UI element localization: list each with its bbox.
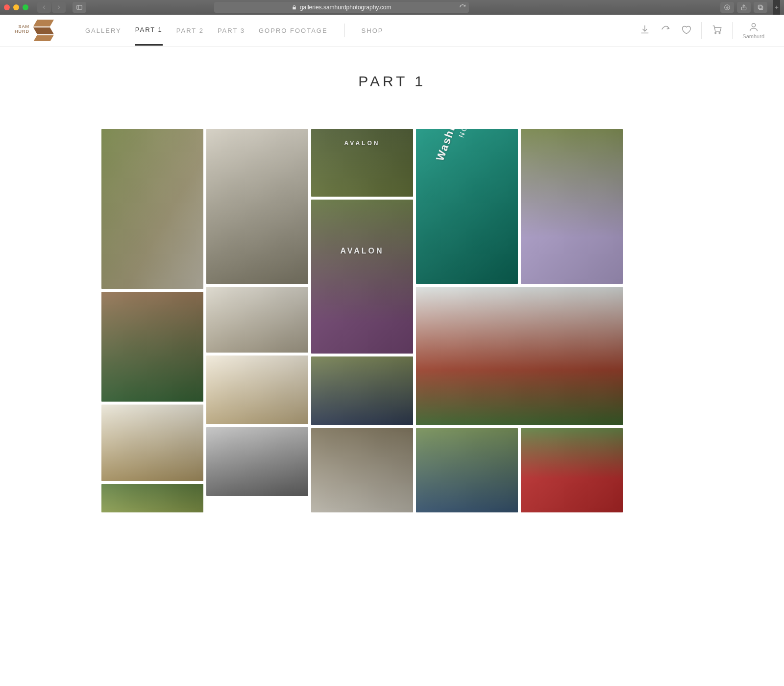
photo-thumbnail[interactable]: [416, 428, 518, 512]
photo-thumbnail[interactable]: Washington NORTH: [416, 129, 518, 284]
svg-point-12: [752, 24, 755, 27]
svg-point-11: [719, 32, 720, 34]
photo-thumbnail[interactable]: AVALON: [311, 200, 413, 354]
brand-line2: HURD: [15, 29, 29, 34]
share-gallery-button[interactable]: [660, 24, 671, 37]
nav-part-1[interactable]: PART 1: [135, 15, 163, 46]
photo-thumbnail[interactable]: [521, 428, 623, 512]
nav-gallery[interactable]: GALLERY: [85, 16, 122, 45]
close-window-button[interactable]: [4, 4, 10, 10]
share-button[interactable]: [737, 2, 751, 13]
forward-button[interactable]: [52, 2, 66, 13]
tools-divider-2: [732, 22, 733, 39]
user-icon: [748, 22, 759, 32]
photo-gallery: AVALON AVALON Washington NORTH: [101, 129, 683, 531]
reload-icon[interactable]: [459, 4, 466, 11]
site-header: SAM HURD GALLERY PART 1 PART 2 PART 3 GO…: [0, 15, 784, 47]
brand-logo[interactable]: SAM HURD: [20, 19, 56, 42]
photo-thumbnail[interactable]: [101, 484, 203, 512]
nav-shop[interactable]: SHOP: [362, 16, 384, 45]
photo-caption: AVALON: [344, 140, 380, 147]
photo-thumbnail[interactable]: [521, 129, 623, 284]
logo-mark-icon: [32, 19, 56, 42]
nav-gopro-footage[interactable]: GOPRO FOOTAGE: [259, 16, 328, 45]
primary-nav: GALLERY PART 1 PART 2 PART 3 GOPRO FOOTA…: [85, 15, 383, 46]
nav-divider: [344, 24, 345, 37]
photo-thumbnail[interactable]: [206, 287, 308, 353]
photo-caption: AVALON: [340, 247, 384, 255]
fullscreen-window-button[interactable]: [23, 4, 28, 10]
photo-caption-sub: NORTH: [457, 129, 475, 138]
photo-thumbnail[interactable]: AVALON: [311, 129, 413, 197]
photo-thumbnail[interactable]: [206, 427, 308, 496]
address-bar[interactable]: galleries.samhurdphotography.com: [214, 2, 469, 13]
new-tab-button[interactable]: [773, 0, 780, 15]
url-text: galleries.samhurdphotography.com: [300, 4, 392, 11]
photo-thumbnail[interactable]: [101, 129, 203, 289]
photo-thumbnail[interactable]: [206, 356, 308, 424]
photo-thumbnail[interactable]: [101, 292, 203, 402]
photo-thumbnail[interactable]: [311, 356, 413, 425]
downloads-button[interactable]: [720, 2, 734, 13]
svg-rect-6: [758, 5, 762, 9]
page-title: PART 1: [0, 73, 784, 90]
brand-line1: SAM: [15, 24, 29, 29]
photo-caption: Washington: [434, 129, 470, 163]
svg-rect-0: [77, 5, 82, 9]
download-all-button[interactable]: [639, 24, 650, 37]
lock-icon: [292, 5, 297, 10]
cart-button[interactable]: [711, 24, 722, 37]
minimize-window-button[interactable]: [13, 4, 19, 10]
favorites-button[interactable]: [681, 24, 691, 37]
back-button[interactable]: [37, 2, 51, 13]
nav-part-3[interactable]: PART 3: [218, 16, 245, 45]
tools-divider: [701, 22, 702, 39]
svg-rect-5: [759, 6, 763, 10]
photo-thumbnail[interactable]: [101, 405, 203, 481]
svg-point-10: [715, 32, 716, 34]
photo-thumbnail[interactable]: [416, 287, 623, 425]
account-menu[interactable]: Samhurd: [742, 22, 764, 39]
photo-thumbnail[interactable]: [206, 129, 308, 284]
browser-toolbar: galleries.samhurdphotography.com: [0, 0, 784, 15]
window-controls: [4, 4, 28, 10]
header-tools: Samhurd: [639, 15, 764, 46]
photo-thumbnail[interactable]: [311, 428, 413, 512]
tabs-button[interactable]: [754, 2, 767, 13]
nav-part-2[interactable]: PART 2: [176, 16, 204, 45]
user-name: Samhurd: [742, 33, 764, 39]
sidebar-toggle-button[interactable]: [73, 2, 86, 13]
